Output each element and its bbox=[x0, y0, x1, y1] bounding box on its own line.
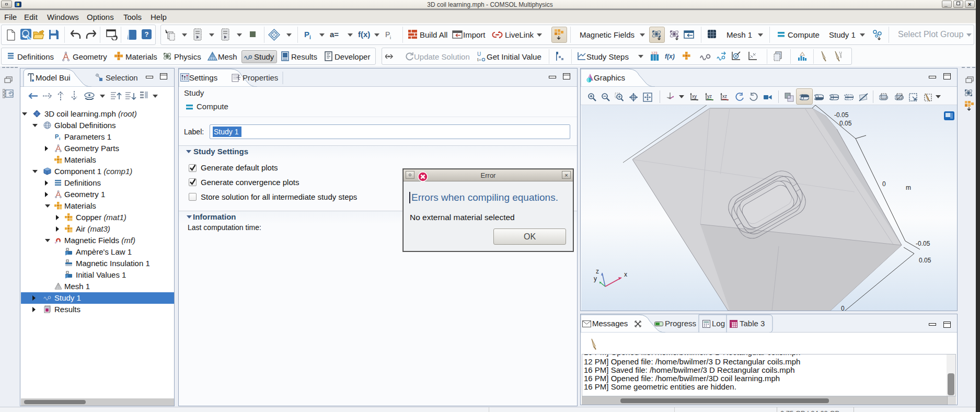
svg-text:xy: xy bbox=[692, 94, 697, 99]
svg-text:i: i bbox=[390, 35, 391, 40]
svg-text:f(x): f(x) bbox=[665, 53, 675, 60]
svg-text:123: 123 bbox=[651, 51, 658, 55]
svg-text:-0.05: -0.05 bbox=[834, 111, 849, 119]
svg-text:0.05: 0.05 bbox=[919, 257, 931, 264]
svg-text:0: 0 bbox=[882, 180, 886, 188]
svg-text:f(x): f(x) bbox=[358, 30, 370, 39]
svg-text:P: P bbox=[304, 30, 309, 39]
svg-text:+: + bbox=[54, 241, 57, 244]
svg-text:x: x bbox=[624, 271, 627, 278]
svg-text:U: U bbox=[477, 51, 481, 57]
svg-text:P: P bbox=[55, 133, 59, 140]
svg-text:P: P bbox=[385, 30, 390, 39]
svg-text:a=: a= bbox=[330, 30, 339, 39]
svg-text:i: i bbox=[309, 35, 311, 40]
svg-text:0: 0 bbox=[841, 305, 845, 311]
svg-text:i: i bbox=[59, 136, 60, 141]
svg-text:xz: xz bbox=[722, 94, 728, 99]
svg-text:-0.05: -0.05 bbox=[916, 240, 930, 247]
svg-text:t=: t= bbox=[477, 57, 481, 62]
svg-text:0.05: 0.05 bbox=[839, 120, 852, 127]
svg-text:y: y bbox=[594, 275, 597, 282]
svg-text:yz: yz bbox=[707, 94, 712, 99]
svg-text:z: z bbox=[596, 268, 599, 275]
svg-text:m: m bbox=[906, 184, 911, 191]
svg-text:?: ? bbox=[145, 30, 149, 38]
